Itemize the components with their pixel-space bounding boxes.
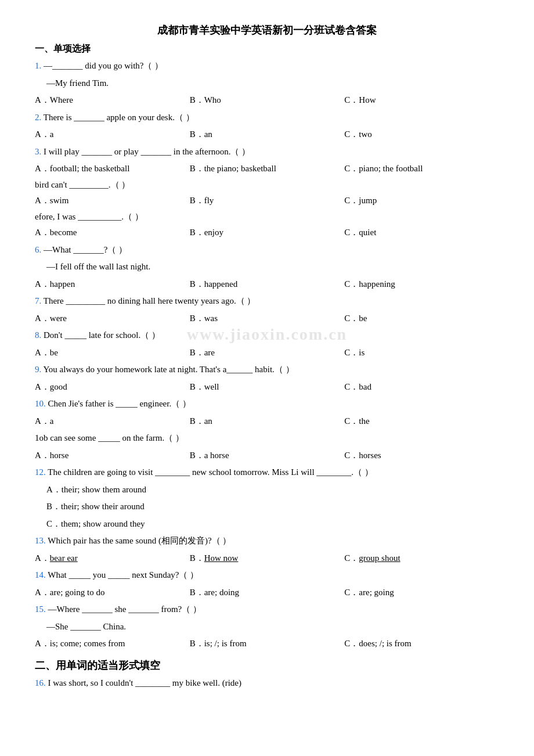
page-title: 成都市青羊实验中学英语新初一分班试卷含答案 [35, 23, 499, 37]
q1-text: —_______ did you go with?（ ） [44, 61, 163, 70]
q15-options: A．is; come; comes from B．is; /; is from … [35, 636, 499, 651]
q9-text: You always do your homework late at nigh… [43, 365, 294, 374]
q6-number: 6. [35, 245, 41, 254]
q7-text: There _________ no dining hall here twen… [44, 296, 256, 305]
q3-number: 3. [35, 147, 41, 156]
q1-followup: —My friend Tim. [35, 76, 499, 91]
q9-options: A．good B．well C．bad [35, 380, 499, 395]
q3b-option-a: A．swim [35, 193, 190, 208]
q7-number: 7. [35, 296, 41, 305]
q8-text: Don't _____ late for school.（ ） [44, 330, 160, 340]
q2-number: 2. [35, 113, 41, 122]
q15-number: 15. [35, 604, 46, 614]
section2-header: 二、用单词的适当形式填空 [35, 658, 499, 672]
q1-option-b: B．Who [190, 93, 345, 108]
question-12: 12. The children are going to visit ____… [35, 465, 499, 480]
section1-header: 一、单项选择 [35, 43, 499, 55]
q15-followup: —She _______ China. [35, 620, 499, 635]
question-16: 16. I was short, so I couldn't ________ … [35, 676, 499, 691]
q12-option-b: B．their; show their around [35, 499, 499, 514]
q3b-options: A．swim B．fly C．jump [35, 193, 499, 208]
q10b-option-a: A．horse [35, 448, 190, 463]
q3-option-b: B．the piano; basketball [190, 161, 345, 177]
q9-option-b: B．well [190, 380, 345, 395]
q14-options: A．are; going to do B．are; doing C．are; g… [35, 585, 499, 600]
q13-options: A．bear ear B．How now C．group shout [35, 551, 499, 566]
q9-option-c: C．bad [344, 380, 499, 395]
q7-options: A．were B．was C．be [35, 311, 499, 326]
q13-option-a: A．bear ear [35, 551, 190, 566]
q10b-options: A．horse B．a horse C．horses [35, 448, 499, 463]
question-8: 8. Don't _____ late for school.（ ） [35, 328, 499, 343]
q4b-options: A．become B．enjoy C．quiet [35, 225, 499, 240]
q2-option-a: A．a [35, 127, 190, 142]
q4b-option-b: B．enjoy [190, 225, 345, 240]
q10-option-c: C．the [344, 414, 499, 429]
q7-option-c: C．be [344, 311, 499, 326]
question-13: 13. Which pair has the same sound (相同的发音… [35, 534, 499, 549]
q2-option-b: B．an [190, 127, 345, 142]
q7-option-a: A．were [35, 311, 190, 326]
q8-option-b: B．are [190, 345, 345, 361]
q14-text: What _____ you _____ next Sunday?（ ） [48, 570, 199, 579]
q13-number: 13. [35, 536, 46, 545]
q12-option-a: A．their; show them around [35, 483, 499, 498]
q1-options: A．Where B．Who C．How [35, 93, 499, 108]
q13-option-b: B．How now [190, 551, 345, 566]
q12-number: 12. [35, 467, 46, 477]
q10-number: 10. [35, 399, 46, 408]
question-10: 10. Chen Jie's father is _____ engineer.… [35, 397, 499, 412]
q10-options: A．a B．an C．the [35, 414, 499, 429]
question-9: 9. You always do your homework late at n… [35, 362, 499, 377]
q6-option-b: B．happened [190, 277, 345, 292]
q4-continuation-a: efore, I was __________.（ ） [35, 210, 499, 225]
question-15: 15. —Where _______ she _______ from?（ ） [35, 602, 499, 617]
q12-option-c: C．them; show around they [35, 517, 499, 532]
q3b-option-c: C．jump [344, 193, 499, 208]
q16-text: I was short, so I couldn't ________ my b… [48, 678, 241, 687]
q15-option-a: A．is; come; comes from [35, 636, 190, 651]
q6-options: A．happen B．happened C．happening [35, 277, 499, 292]
q9-number: 9. [35, 365, 41, 374]
q3-option-a: A．football; the basketball [35, 161, 190, 177]
question-7: 7. There _________ no dining hall here t… [35, 294, 499, 309]
q4b-option-a: A．become [35, 225, 190, 240]
q3-option-c: C．piano; the football [344, 161, 499, 177]
q1-number: 1. [35, 61, 41, 70]
q15-text: —Where _______ she _______ from?（ ） [48, 604, 202, 614]
question-2: 2. There is _______ apple on your desk.（… [35, 110, 499, 125]
q16-number: 16. [35, 678, 46, 687]
question-1: 1. —_______ did you go with?（ ） [35, 59, 499, 74]
q8-number: 8. [35, 330, 41, 340]
q9-option-a: A．good [35, 380, 190, 395]
q6-option-a: A．happen [35, 277, 190, 292]
question-3: 3. I will play _______ or play _______ i… [35, 145, 499, 160]
q14-number: 14. [35, 570, 46, 579]
question-14: 14. What _____ you _____ next Sunday?（ ） [35, 568, 499, 583]
q4b-option-c: C．quiet [344, 225, 499, 240]
q3b-option-b: B．fly [190, 193, 345, 208]
q6-followup: —I fell off the wall last night. [35, 260, 499, 275]
q3-continuation-a: bird can't _________.（ ） [35, 178, 499, 193]
q10b-option-b: B．a horse [190, 448, 345, 463]
q7-option-b: B．was [190, 311, 345, 326]
q8-option-a: A．be [35, 345, 190, 361]
question-10b: 1ob can see some _____ on the farm.（ ） [35, 431, 499, 446]
q13-text: Which pair has the same sound (相同的发音)?（ … [48, 536, 231, 545]
q2-options: A．a B．an C．two [35, 127, 499, 142]
q1-option-c: C．How [344, 93, 499, 108]
q8-option-c: C．is [344, 345, 499, 361]
q13-option-c: C．group shout [344, 551, 499, 566]
q6-text: —What _______?（ ） [44, 245, 127, 254]
q14-option-a: A．are; going to do [35, 585, 190, 600]
question-6: 6. —What _______?（ ） [35, 243, 499, 258]
q1-option-a: A．Where [35, 93, 190, 108]
q8-options: A．be B．are C．is [35, 345, 499, 361]
q14-option-c: C．are; going [344, 585, 499, 600]
q10-text: Chen Jie's father is _____ engineer.（ ） [48, 399, 191, 408]
q2-option-c: C．two [344, 127, 499, 142]
q3-text: I will play _______ or play _______ in t… [44, 147, 250, 156]
q2-text: There is _______ apple on your desk.（ ） [44, 113, 194, 122]
q6-option-c: C．happening [344, 277, 499, 292]
q15-option-c: C．does; /; is from [344, 636, 499, 651]
